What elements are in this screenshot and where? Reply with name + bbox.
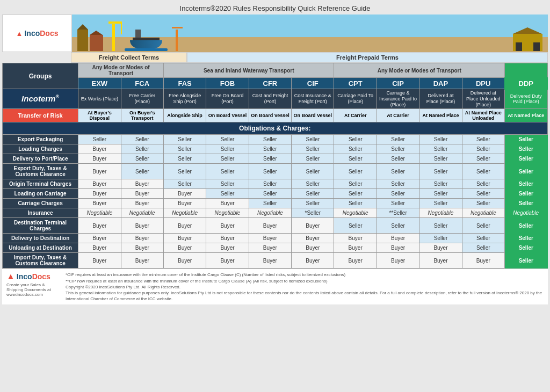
cell-r8-cif: Buyer	[292, 218, 334, 234]
cell-r4-dap: Seller	[419, 179, 462, 189]
cell-r9-dap: Seller	[419, 234, 462, 243]
code-ddp: DDP	[505, 78, 547, 89]
cell-r10-ddp: Seller	[505, 243, 547, 253]
cell-r9-ddp: Seller	[505, 234, 547, 243]
cell-r0-exw: Seller	[78, 135, 121, 144]
row-loading-carriage: Loading on Carriage Buyer Buyer Buyer Se…	[3, 189, 548, 199]
cell-r6-cif: Seller	[292, 199, 334, 208]
cell-r10-cpt: Buyer	[334, 243, 377, 253]
cell-r5-ddp: Seller	[505, 189, 547, 199]
cell-r0-cip: Seller	[377, 135, 419, 144]
footer-logo-text: IncoDocs	[17, 272, 50, 281]
cell-r7-cip: **Seller	[377, 208, 419, 218]
any-mode-header-2: Any Mode or Modes of Transport	[334, 63, 505, 78]
label-carriage-charges: Carriage Charges	[3, 199, 78, 208]
cell-r1-cfr: Seller	[249, 144, 291, 154]
cell-r7-cpt: Negotiable	[334, 208, 377, 218]
cell-r10-dap: Buyer	[419, 243, 462, 253]
cell-r11-cip: Buyer	[377, 253, 419, 268]
cell-r5-exw: Buyer	[78, 189, 121, 199]
cell-r7-exw: Negotiable	[78, 208, 121, 218]
code-cfr: CFR	[249, 78, 291, 89]
code-fas: FAS	[163, 78, 206, 89]
risk-label: Transfer of Risk	[3, 109, 78, 122]
label-insurance: Insurance	[3, 208, 78, 218]
row-unloading-dest: Unloading at Destination Buyer Buyer Buy…	[3, 243, 548, 253]
desc-dap: Delivered at Place (Place)	[419, 89, 462, 109]
obligations-row: Obligations & Charges:	[3, 122, 548, 135]
cell-r7-fob: Negotiable	[206, 208, 249, 218]
cell-r9-cip: Buyer	[377, 234, 419, 243]
code-fca: FCA	[121, 78, 163, 89]
cell-r4-exw: Buyer	[78, 179, 121, 189]
desc-dpu: Delivered at Place Unloaded (Place)	[462, 89, 504, 109]
code-headers-row: EXW FCA FAS FOB CFR CIF CPT CIP DAP DPU …	[3, 78, 548, 89]
cell-r10-dpu: Seller	[462, 243, 504, 253]
cell-r0-fob: Seller	[206, 135, 249, 144]
code-dap: DAP	[419, 78, 462, 89]
cell-r6-fas: Buyer	[163, 199, 206, 208]
cell-r5-cif: Seller	[292, 189, 334, 199]
cell-r4-fas: Seller	[163, 179, 206, 189]
label-loading-charges: Loading Charges	[3, 144, 78, 154]
risk-row: Transfer of Risk At Buyer's Disposal On …	[3, 109, 548, 122]
risk-cpt: At Carrier	[334, 109, 377, 122]
cell-r10-cip: Buyer	[377, 243, 419, 253]
cell-r11-cif: Buyer	[292, 253, 334, 268]
cell-r5-fas: Buyer	[163, 189, 206, 199]
cell-r2-fob: Seller	[206, 154, 249, 164]
row-loading-charges: Loading Charges Buyer Seller Seller Sell…	[3, 144, 548, 154]
illustration-area	[72, 14, 548, 52]
label-export-duty: Export Duty, Taxes & Customs Clearance	[3, 164, 78, 179]
cell-r9-exw: Buyer	[78, 234, 121, 243]
cell-r11-fob: Buyer	[206, 253, 249, 268]
logo-area: ▲ IncoDocs	[2, 14, 72, 52]
cell-r7-cfr: Negotiable	[249, 208, 291, 218]
code-cpt: CPT	[334, 78, 377, 89]
footer-note4: This is general information for guidance…	[66, 290, 544, 302]
cell-r3-dpu: Seller	[462, 164, 504, 179]
cell-r8-cip: Seller	[377, 218, 419, 234]
cell-r2-cip: Seller	[377, 154, 419, 164]
cell-r4-cfr: Seller	[249, 179, 291, 189]
cell-r1-exw: Buyer	[78, 144, 121, 154]
freight-spacer	[2, 52, 71, 63]
cell-r5-cip: Seller	[377, 189, 419, 199]
cell-r0-ddp: Seller	[505, 135, 547, 144]
cell-r1-cpt: Seller	[334, 144, 377, 154]
cell-r1-dpu: Seller	[462, 144, 504, 154]
cell-r2-dap: Seller	[419, 154, 462, 164]
cell-r3-cip: Seller	[377, 164, 419, 179]
risk-fas: Alongside Ship	[163, 109, 206, 122]
cell-r1-cif: Seller	[292, 144, 334, 154]
cell-r7-dpu: Negotiable	[462, 208, 504, 218]
cell-r3-cpt: Seller	[334, 164, 377, 179]
cell-r6-fca: Buyer	[121, 199, 163, 208]
row-delivery-port: Delivery to Port/Place Buyer Seller Sell…	[3, 154, 548, 164]
label-delivery-port: Delivery to Port/Place	[3, 154, 78, 164]
cell-r3-ddp: Seller	[505, 164, 547, 179]
label-unloading-dest: Unloading at Destination	[3, 243, 78, 253]
freight-header: Freight Collect Terms Freight Prepaid Te…	[2, 52, 548, 63]
label-delivery-dest: Delivery to Destination	[3, 234, 78, 243]
cell-r9-cfr: Buyer	[249, 234, 291, 243]
cell-r8-cpt: Seller	[334, 218, 377, 234]
desc-cfr: Cost and Freight (Port)	[249, 89, 291, 109]
footer-logo: ▲ IncoDocs Create your Sales & Shipping …	[6, 272, 60, 297]
cell-r2-exw: Buyer	[78, 154, 121, 164]
code-dpu: DPU	[462, 78, 504, 89]
cell-r8-fca: Buyer	[121, 218, 163, 234]
desc-cif: Cost Insurance & Freight (Port)	[292, 89, 334, 109]
cell-r11-dpu: Buyer	[462, 253, 504, 268]
cell-r5-dap: Seller	[419, 189, 462, 199]
cell-r5-cpt: Seller	[334, 189, 377, 199]
cell-r11-ddp: Seller	[505, 253, 547, 268]
footer-note2: **CIP now requires at least an insurance…	[66, 278, 544, 284]
cell-r0-dpu: Seller	[462, 135, 504, 144]
cell-r3-fob: Seller	[206, 164, 249, 179]
cell-r9-fob: Buyer	[206, 234, 249, 243]
label-loading-carriage: Loading on Carriage	[3, 189, 78, 199]
cell-r0-cpt: Seller	[334, 135, 377, 144]
desc-cpt: Carriage Paid To (Place)	[334, 89, 377, 109]
label-origin-terminal: Origin Terminal Charges	[3, 179, 78, 189]
